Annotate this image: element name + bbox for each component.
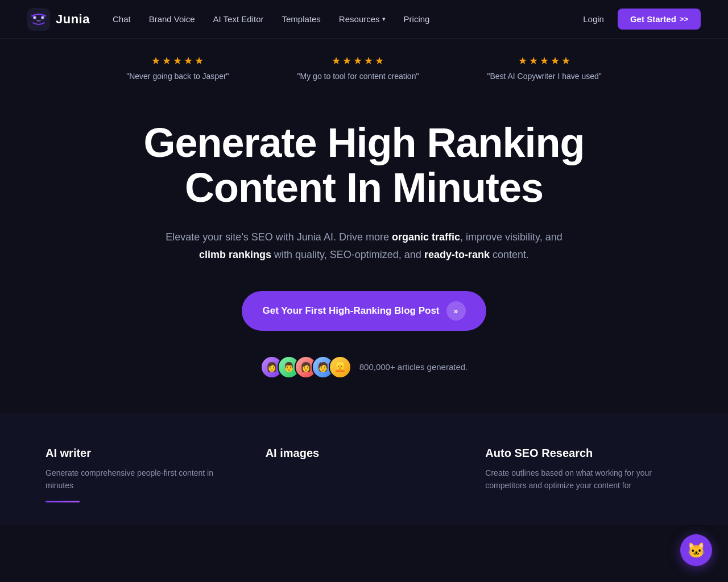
stars-1: ★ ★ ★ ★ ★ <box>151 55 204 67</box>
cta-arrows-icon: » <box>446 301 466 321</box>
svg-rect-0 <box>27 8 50 31</box>
logo-icon <box>27 8 50 31</box>
star: ★ <box>162 55 171 67</box>
feature-ai-images: AI images <box>266 447 463 467</box>
star: ★ <box>518 55 527 67</box>
nav-link-resources[interactable]: Resources ▾ <box>339 14 386 24</box>
feature-ai-images-title: AI images <box>266 447 463 460</box>
star: ★ <box>173 55 182 67</box>
logo[interactable]: Junia <box>27 8 90 31</box>
nav-link-chat[interactable]: Chat <box>113 14 131 24</box>
star: ★ <box>364 55 373 67</box>
svg-point-3 <box>34 16 35 18</box>
navbar-right: Login Get Started >> <box>583 9 701 30</box>
arrows-icon: >> <box>680 15 688 23</box>
feature-auto-seo-desc: Create outlines based on what working fo… <box>485 467 682 492</box>
nav-link-brand-voice[interactable]: Brand Voice <box>149 14 195 24</box>
star: ★ <box>561 55 570 67</box>
login-link[interactable]: Login <box>583 14 604 24</box>
social-proof-text: 800,000+ articles generated. <box>359 362 468 372</box>
nav-link-pricing[interactable]: Pricing <box>404 14 430 24</box>
review-text-2: "My go to tool for content creation" <box>297 72 419 81</box>
avatar-5: 👱 <box>329 356 351 379</box>
feature-auto-seo-title: Auto SEO Research <box>485 447 682 460</box>
chat-widget[interactable]: 🐱 <box>680 534 712 566</box>
navbar: Junia Chat Brand Voice AI Text Editor Te… <box>0 0 728 39</box>
star: ★ <box>184 55 193 67</box>
logo-text: Junia <box>56 12 90 27</box>
get-started-button[interactable]: Get Started >> <box>618 9 701 30</box>
star: ★ <box>195 55 204 67</box>
avatars: 👩 👨 👩 🧑 👱 <box>260 356 351 379</box>
social-proof: 👩 👨 👩 🧑 👱 800,000+ articles generated. <box>260 356 468 379</box>
stars-2: ★ ★ ★ ★ ★ <box>332 55 384 67</box>
review-text-3: "Best AI Copywriter I have used" <box>487 72 601 81</box>
star: ★ <box>529 55 538 67</box>
cta-button[interactable]: Get Your First High-Ranking Blog Post » <box>242 291 486 331</box>
review-text-1: "Never going back to Jasper" <box>126 72 229 81</box>
feature-underline <box>46 501 80 502</box>
hero-title: Generate High Ranking Content In Minutes <box>108 120 620 210</box>
stars-3: ★ ★ ★ ★ ★ <box>518 55 570 67</box>
hero-subtitle: Elevate your site's SEO with Junia AI. D… <box>159 228 569 263</box>
hero-section: Generate High Ranking Content In Minutes… <box>0 92 728 413</box>
star: ★ <box>353 55 362 67</box>
chevron-down-icon: ▾ <box>382 15 386 23</box>
star: ★ <box>540 55 549 67</box>
feature-ai-writer-desc: Generate comprehensive people-first cont… <box>46 467 243 492</box>
star: ★ <box>551 55 560 67</box>
features-section: AI writer Generate comprehensive people-… <box>0 413 728 526</box>
navbar-left: Junia Chat Brand Voice AI Text Editor Te… <box>27 8 429 31</box>
reviews-strip: ★ ★ ★ ★ ★ "Never going back to Jasper" ★… <box>0 39 728 92</box>
review-item-2: ★ ★ ★ ★ ★ "My go to tool for content cre… <box>297 55 419 81</box>
star: ★ <box>375 55 384 67</box>
feature-auto-seo: Auto SEO Research Create outlines based … <box>485 447 682 492</box>
star: ★ <box>151 55 160 67</box>
review-item-1: ★ ★ ★ ★ ★ "Never going back to Jasper" <box>126 55 229 81</box>
nav-links: Chat Brand Voice AI Text Editor Template… <box>113 14 429 24</box>
star: ★ <box>342 55 351 67</box>
review-item-3: ★ ★ ★ ★ ★ "Best AI Copywriter I have use… <box>487 55 601 81</box>
svg-point-4 <box>42 16 43 18</box>
feature-ai-writer-title: AI writer <box>46 447 243 460</box>
chat-widget-icon: 🐱 <box>687 542 705 559</box>
feature-ai-writer: AI writer Generate comprehensive people-… <box>46 447 243 503</box>
nav-link-templates[interactable]: Templates <box>282 14 320 24</box>
star: ★ <box>332 55 341 67</box>
nav-link-ai-text-editor[interactable]: AI Text Editor <box>213 14 264 24</box>
